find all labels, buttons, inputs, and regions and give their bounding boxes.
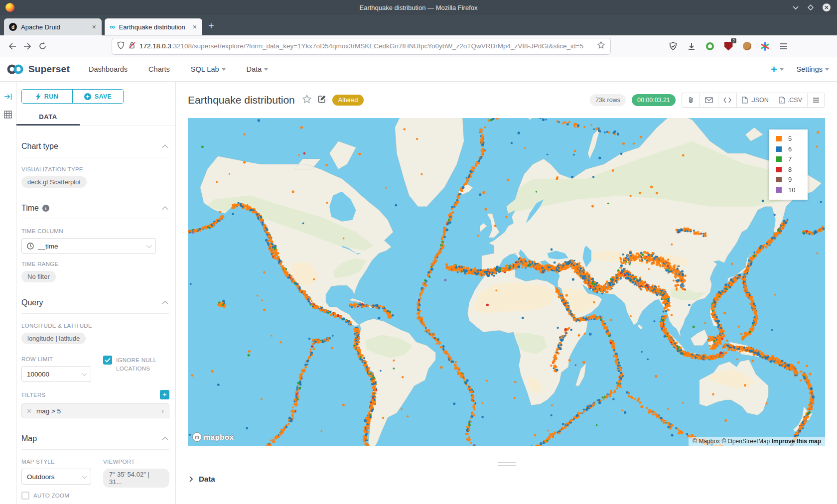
edit-properties-icon[interactable] (318, 95, 326, 105)
nav-sql-lab[interactable]: SQL Lab (191, 65, 226, 73)
world-map-scatterplot[interactable] (188, 118, 825, 446)
chevron-down-icon (780, 68, 784, 71)
map-legend: 5 6 7 8 9 10 (769, 129, 808, 200)
export-json-button[interactable]: .JSON (736, 93, 774, 107)
chart-menu-button[interactable] (807, 93, 825, 107)
mapbox-logo[interactable]: m mapbox (192, 432, 234, 442)
chevron-right-icon[interactable]: › (156, 407, 169, 415)
window-maximize-button[interactable] (808, 4, 814, 10)
section-chart-type[interactable]: Chart type (21, 142, 168, 151)
panel-tabs: DATA (16, 111, 175, 126)
nav-dashboards[interactable]: Dashboards (89, 65, 128, 73)
protections-shield-icon[interactable] (668, 41, 679, 52)
remove-filter-icon[interactable]: ✕ (22, 407, 36, 415)
copy-link-button[interactable] (682, 93, 699, 107)
improve-map-link[interactable]: Improve this map (772, 438, 821, 445)
filter-chip[interactable]: ✕ mag > 5 › (21, 403, 169, 418)
superset-navbar: Superset Dashboards Charts SQL Lab Data … (0, 57, 837, 82)
new-item-button[interactable]: + (771, 63, 783, 75)
lightning-icon (36, 93, 41, 100)
window-titlebar: Earthquake distribution — Mozilla Firefo… (0, 0, 837, 15)
url-bar[interactable]: 172.18.0.3:32108/superset/explore/?form_… (112, 38, 610, 54)
legend-swatch (776, 167, 782, 172)
paperclip-icon (687, 96, 695, 104)
favorite-star-icon[interactable] (302, 94, 312, 106)
info-icon: i (42, 205, 49, 212)
lonlat-value[interactable]: longitude | latitude (21, 333, 86, 344)
chevron-down-icon (222, 68, 226, 71)
url-path: :32108/superset/explore/?form_data_key=1… (171, 42, 583, 50)
expand-panel-icon[interactable] (4, 93, 12, 103)
downloadhelper-extension-icon[interactable] (704, 41, 715, 52)
nav-charts[interactable]: Charts (148, 65, 170, 73)
mapbox-wordmark: mapbox (204, 433, 234, 441)
ignore-null-checkbox-row[interactable]: IGNORE NULLLOCATIONS (103, 356, 169, 373)
query-timer-badge: 00:00:03.21 (632, 94, 676, 106)
section-time[interactable]: Timei (21, 204, 168, 213)
legend-swatch (776, 146, 782, 152)
ublock-extension-icon[interactable]: 2 (723, 41, 734, 52)
checkbox-checked-icon[interactable] (103, 356, 112, 365)
new-tab-button[interactable]: + (208, 20, 214, 32)
map-style-label: MAP STYLE (21, 459, 100, 465)
superset-infinity-icon (6, 64, 24, 75)
back-button[interactable] (5, 39, 20, 53)
dataset-grid-icon[interactable] (4, 111, 12, 121)
tracking-shield-icon[interactable] (117, 41, 125, 51)
legend-row: 10 (776, 186, 808, 194)
section-map[interactable]: Map (21, 434, 168, 443)
downloads-icon[interactable] (686, 41, 697, 52)
embed-code-button[interactable] (718, 93, 736, 107)
email-button[interactable] (699, 93, 718, 107)
legend-row: 5 (776, 135, 808, 142)
tab-apache-druid[interactable]: d Apache Druid × (4, 18, 102, 35)
bookmark-star-icon[interactable] (597, 41, 605, 51)
url-text[interactable]: 172.18.0.3:32108/superset/explore/?form_… (140, 42, 593, 50)
nav-data[interactable]: Data (247, 65, 269, 73)
time-column-select[interactable]: __time (21, 238, 156, 254)
chart-header: Earthquake distribution Altered 73k rows… (176, 82, 837, 118)
auto-zoom-checkbox-row[interactable]: AUTO ZOOM (21, 492, 100, 500)
tab-close-icon[interactable]: × (191, 23, 198, 31)
reload-button[interactable] (35, 39, 50, 53)
tab-earthquake-distribution[interactable]: ∞ Earthquake distribution × (105, 18, 202, 35)
data-panel-toggle[interactable]: Data (188, 475, 837, 483)
add-filter-button[interactable]: + (160, 390, 169, 399)
lock-insecure-icon[interactable] (129, 41, 136, 51)
chevron-down-icon (82, 371, 87, 376)
panel-drag-handle[interactable] (498, 462, 516, 466)
map-container[interactable]: 5 6 7 8 9 10 m mapbox © Mapbox © OpenStr… (188, 118, 825, 446)
tab-data[interactable]: DATA (16, 111, 80, 126)
run-button[interactable]: RUN (22, 90, 72, 103)
section-query[interactable]: Query (21, 298, 168, 307)
tab-close-icon[interactable]: × (91, 23, 98, 31)
pinwheel-extension-icon[interactable] (760, 41, 771, 52)
chevron-down-icon (825, 68, 829, 71)
control-panel: RUN SAVE DATA Chart type VISUALIZATION T… (16, 82, 176, 504)
attribution-text[interactable]: © Mapbox © OpenStreetMap (693, 438, 770, 445)
menu-hamburger-icon[interactable] (778, 41, 789, 52)
chart-title: Earthquake distribution (188, 94, 295, 106)
superset-logo[interactable]: Superset (6, 64, 70, 75)
window-title: Earthquake distribution — Mozilla Firefo… (0, 4, 837, 11)
cookie-extension-icon[interactable] (741, 41, 752, 52)
checkbox-unchecked-icon[interactable] (21, 492, 29, 500)
viz-type-value[interactable]: deck.gl Scatterplot (21, 176, 87, 188)
altered-badge[interactable]: Altered (332, 95, 364, 106)
druid-favicon-icon: d (9, 23, 17, 31)
legend-swatch (776, 156, 782, 162)
forward-button[interactable] (20, 39, 35, 53)
window-close-button[interactable] (822, 3, 831, 12)
row-limit-select[interactable]: 100000 (21, 366, 91, 382)
lonlat-label: LONGITUDE & LATITUDE (21, 323, 169, 329)
time-range-value[interactable]: No filter (21, 271, 56, 282)
auto-zoom-label: AUTO ZOOM (33, 493, 69, 499)
map-style-select[interactable]: Outdoors (21, 469, 91, 485)
settings-menu[interactable]: Settings (797, 65, 829, 73)
save-button[interactable]: SAVE (72, 90, 123, 103)
legend-row: 9 (776, 176, 808, 183)
filter-value[interactable]: mag > 5 (36, 407, 156, 415)
viewport-value[interactable]: 7° 35' 54.02" | 31... (103, 469, 169, 488)
export-csv-button[interactable]: x.CSV (774, 93, 807, 107)
window-minimize-button[interactable] (792, 5, 799, 10)
